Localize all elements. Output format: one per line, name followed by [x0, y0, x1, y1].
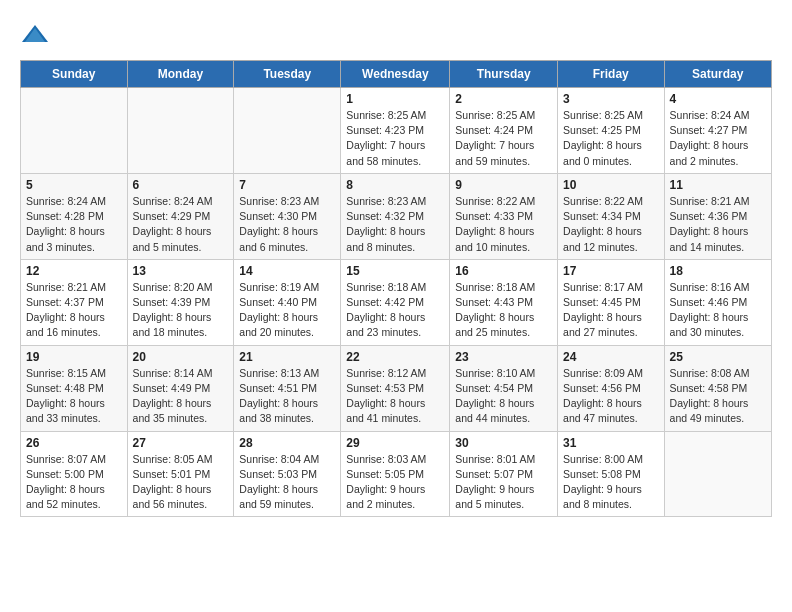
day-number: 28	[239, 436, 335, 450]
day-number: 10	[563, 178, 659, 192]
calendar-week-1: 1Sunrise: 8:25 AM Sunset: 4:23 PM Daylig…	[21, 88, 772, 174]
calendar-cell: 19Sunrise: 8:15 AM Sunset: 4:48 PM Dayli…	[21, 345, 128, 431]
calendar-cell: 21Sunrise: 8:13 AM Sunset: 4:51 PM Dayli…	[234, 345, 341, 431]
calendar-cell	[21, 88, 128, 174]
day-info: Sunrise: 8:10 AM Sunset: 4:54 PM Dayligh…	[455, 366, 552, 427]
calendar-cell: 1Sunrise: 8:25 AM Sunset: 4:23 PM Daylig…	[341, 88, 450, 174]
day-header-wednesday: Wednesday	[341, 61, 450, 88]
calendar-cell: 10Sunrise: 8:22 AM Sunset: 4:34 PM Dayli…	[558, 173, 665, 259]
calendar-cell: 14Sunrise: 8:19 AM Sunset: 4:40 PM Dayli…	[234, 259, 341, 345]
day-info: Sunrise: 8:21 AM Sunset: 4:37 PM Dayligh…	[26, 280, 122, 341]
day-info: Sunrise: 8:05 AM Sunset: 5:01 PM Dayligh…	[133, 452, 229, 513]
calendar-cell: 20Sunrise: 8:14 AM Sunset: 4:49 PM Dayli…	[127, 345, 234, 431]
logo-icon	[20, 20, 50, 50]
calendar-cell	[127, 88, 234, 174]
calendar-cell	[664, 431, 771, 517]
day-number: 30	[455, 436, 552, 450]
calendar-cell: 6Sunrise: 8:24 AM Sunset: 4:29 PM Daylig…	[127, 173, 234, 259]
calendar-cell: 8Sunrise: 8:23 AM Sunset: 4:32 PM Daylig…	[341, 173, 450, 259]
day-number: 6	[133, 178, 229, 192]
day-info: Sunrise: 8:25 AM Sunset: 4:24 PM Dayligh…	[455, 108, 552, 169]
calendar-cell: 29Sunrise: 8:03 AM Sunset: 5:05 PM Dayli…	[341, 431, 450, 517]
day-number: 23	[455, 350, 552, 364]
day-info: Sunrise: 8:00 AM Sunset: 5:08 PM Dayligh…	[563, 452, 659, 513]
day-header-tuesday: Tuesday	[234, 61, 341, 88]
logo	[20, 20, 54, 50]
calendar-cell: 17Sunrise: 8:17 AM Sunset: 4:45 PM Dayli…	[558, 259, 665, 345]
day-number: 20	[133, 350, 229, 364]
calendar-cell: 31Sunrise: 8:00 AM Sunset: 5:08 PM Dayli…	[558, 431, 665, 517]
day-number: 22	[346, 350, 444, 364]
day-number: 5	[26, 178, 122, 192]
day-number: 3	[563, 92, 659, 106]
day-header-friday: Friday	[558, 61, 665, 88]
calendar-cell: 24Sunrise: 8:09 AM Sunset: 4:56 PM Dayli…	[558, 345, 665, 431]
calendar-cell: 25Sunrise: 8:08 AM Sunset: 4:58 PM Dayli…	[664, 345, 771, 431]
calendar-cell: 18Sunrise: 8:16 AM Sunset: 4:46 PM Dayli…	[664, 259, 771, 345]
calendar-cell: 16Sunrise: 8:18 AM Sunset: 4:43 PM Dayli…	[450, 259, 558, 345]
day-number: 31	[563, 436, 659, 450]
calendar-cell: 7Sunrise: 8:23 AM Sunset: 4:30 PM Daylig…	[234, 173, 341, 259]
calendar-cell: 26Sunrise: 8:07 AM Sunset: 5:00 PM Dayli…	[21, 431, 128, 517]
day-info: Sunrise: 8:23 AM Sunset: 4:32 PM Dayligh…	[346, 194, 444, 255]
page-header	[20, 20, 772, 50]
calendar-header-row: SundayMondayTuesdayWednesdayThursdayFrid…	[21, 61, 772, 88]
day-info: Sunrise: 8:12 AM Sunset: 4:53 PM Dayligh…	[346, 366, 444, 427]
calendar-cell: 11Sunrise: 8:21 AM Sunset: 4:36 PM Dayli…	[664, 173, 771, 259]
calendar-cell: 12Sunrise: 8:21 AM Sunset: 4:37 PM Dayli…	[21, 259, 128, 345]
day-number: 15	[346, 264, 444, 278]
calendar-cell: 5Sunrise: 8:24 AM Sunset: 4:28 PM Daylig…	[21, 173, 128, 259]
day-number: 11	[670, 178, 766, 192]
calendar-cell: 2Sunrise: 8:25 AM Sunset: 4:24 PM Daylig…	[450, 88, 558, 174]
day-number: 25	[670, 350, 766, 364]
day-number: 8	[346, 178, 444, 192]
calendar-cell: 30Sunrise: 8:01 AM Sunset: 5:07 PM Dayli…	[450, 431, 558, 517]
calendar-cell: 3Sunrise: 8:25 AM Sunset: 4:25 PM Daylig…	[558, 88, 665, 174]
day-info: Sunrise: 8:16 AM Sunset: 4:46 PM Dayligh…	[670, 280, 766, 341]
day-number: 18	[670, 264, 766, 278]
day-info: Sunrise: 8:22 AM Sunset: 4:34 PM Dayligh…	[563, 194, 659, 255]
day-number: 21	[239, 350, 335, 364]
calendar-table: SundayMondayTuesdayWednesdayThursdayFrid…	[20, 60, 772, 517]
calendar-week-3: 12Sunrise: 8:21 AM Sunset: 4:37 PM Dayli…	[21, 259, 772, 345]
calendar-week-5: 26Sunrise: 8:07 AM Sunset: 5:00 PM Dayli…	[21, 431, 772, 517]
calendar-week-4: 19Sunrise: 8:15 AM Sunset: 4:48 PM Dayli…	[21, 345, 772, 431]
day-number: 27	[133, 436, 229, 450]
day-number: 19	[26, 350, 122, 364]
day-info: Sunrise: 8:25 AM Sunset: 4:23 PM Dayligh…	[346, 108, 444, 169]
day-info: Sunrise: 8:03 AM Sunset: 5:05 PM Dayligh…	[346, 452, 444, 513]
day-number: 9	[455, 178, 552, 192]
day-header-thursday: Thursday	[450, 61, 558, 88]
calendar-cell: 4Sunrise: 8:24 AM Sunset: 4:27 PM Daylig…	[664, 88, 771, 174]
calendar-cell: 27Sunrise: 8:05 AM Sunset: 5:01 PM Dayli…	[127, 431, 234, 517]
calendar-cell: 13Sunrise: 8:20 AM Sunset: 4:39 PM Dayli…	[127, 259, 234, 345]
calendar-cell: 9Sunrise: 8:22 AM Sunset: 4:33 PM Daylig…	[450, 173, 558, 259]
calendar-cell: 23Sunrise: 8:10 AM Sunset: 4:54 PM Dayli…	[450, 345, 558, 431]
day-info: Sunrise: 8:17 AM Sunset: 4:45 PM Dayligh…	[563, 280, 659, 341]
day-number: 2	[455, 92, 552, 106]
day-number: 24	[563, 350, 659, 364]
day-info: Sunrise: 8:01 AM Sunset: 5:07 PM Dayligh…	[455, 452, 552, 513]
day-number: 14	[239, 264, 335, 278]
day-number: 7	[239, 178, 335, 192]
day-info: Sunrise: 8:15 AM Sunset: 4:48 PM Dayligh…	[26, 366, 122, 427]
day-number: 1	[346, 92, 444, 106]
day-header-monday: Monday	[127, 61, 234, 88]
day-info: Sunrise: 8:24 AM Sunset: 4:28 PM Dayligh…	[26, 194, 122, 255]
day-info: Sunrise: 8:19 AM Sunset: 4:40 PM Dayligh…	[239, 280, 335, 341]
day-info: Sunrise: 8:24 AM Sunset: 4:27 PM Dayligh…	[670, 108, 766, 169]
day-info: Sunrise: 8:25 AM Sunset: 4:25 PM Dayligh…	[563, 108, 659, 169]
day-info: Sunrise: 8:07 AM Sunset: 5:00 PM Dayligh…	[26, 452, 122, 513]
day-info: Sunrise: 8:13 AM Sunset: 4:51 PM Dayligh…	[239, 366, 335, 427]
day-info: Sunrise: 8:20 AM Sunset: 4:39 PM Dayligh…	[133, 280, 229, 341]
day-number: 26	[26, 436, 122, 450]
calendar-cell: 28Sunrise: 8:04 AM Sunset: 5:03 PM Dayli…	[234, 431, 341, 517]
calendar-cell: 22Sunrise: 8:12 AM Sunset: 4:53 PM Dayli…	[341, 345, 450, 431]
day-number: 17	[563, 264, 659, 278]
day-info: Sunrise: 8:14 AM Sunset: 4:49 PM Dayligh…	[133, 366, 229, 427]
day-info: Sunrise: 8:23 AM Sunset: 4:30 PM Dayligh…	[239, 194, 335, 255]
day-info: Sunrise: 8:18 AM Sunset: 4:42 PM Dayligh…	[346, 280, 444, 341]
day-info: Sunrise: 8:08 AM Sunset: 4:58 PM Dayligh…	[670, 366, 766, 427]
day-info: Sunrise: 8:21 AM Sunset: 4:36 PM Dayligh…	[670, 194, 766, 255]
day-number: 12	[26, 264, 122, 278]
